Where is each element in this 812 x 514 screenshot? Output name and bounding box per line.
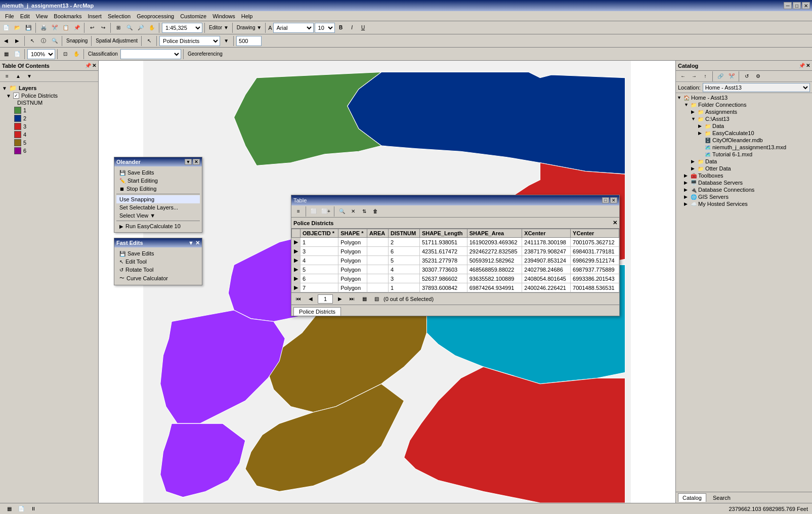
rotate-tool-btn[interactable]: ↺ Rotate Tool [116,266,200,274]
first-page-btn[interactable]: ⏮ [293,294,304,304]
tree-expand-hs[interactable]: ▶ [684,201,689,206]
tree-mxd-main[interactable]: 🗺️ niemuth_j_assignment13.mxd [698,144,811,151]
run-easy-calc-btn[interactable]: ▶ Run EasyCalculate 10 [116,222,200,230]
table-select-btn[interactable]: ⬜ [309,206,319,217]
table-delete-btn[interactable]: 🗑 [370,206,380,217]
search-tab[interactable]: Search [708,493,735,502]
tree-expand-data2[interactable]: ▶ [691,159,696,164]
toc-move-up-btn[interactable]: ▲ [13,71,23,81]
menu-file[interactable]: File [2,12,17,20]
curve-calc-btn[interactable]: 〜 Curve Calculator [116,274,200,283]
table-switch-btn[interactable]: ⇅ [359,206,369,217]
tree-expand-tb[interactable]: ▶ [684,173,689,178]
tree-expand-data[interactable]: ▶ [698,123,703,128]
zoom-next-btn[interactable]: ▶ [12,36,22,46]
zoom-full-btn[interactable]: ⊞ [113,23,123,33]
pan2-btn[interactable]: ✋ [71,49,81,59]
cat-up-btn[interactable]: ↑ [700,71,710,81]
paste-btn[interactable]: 📌 [72,23,82,33]
save-btn[interactable]: 💾 [23,23,33,33]
tree-tutorial-mxd[interactable]: 🗺️ Tutorial 6-1.mxd [698,151,811,158]
classification-btn[interactable]: Classification [87,49,119,59]
tree-data[interactable]: ▶ 📁 Data [698,122,811,130]
layout-view-btn[interactable]: 📄 [12,49,22,59]
catalog-close-btn[interactable]: ✕ [806,63,810,68]
fast-edits-close-btn[interactable]: ▼ [188,240,194,246]
italic-btn[interactable]: I [347,23,357,33]
zoom-in-btn[interactable]: 🔍 [124,23,135,33]
tree-db-connections[interactable]: ▶ 🔌 Database Connections [684,186,811,193]
tree-expand-dbs[interactable]: ▶ [684,180,689,185]
fast-save-edits-btn[interactable]: 💾 Save Edits [116,249,200,258]
next-page-btn[interactable]: ▶ [335,294,345,304]
col-ycenter[interactable]: YCenter [571,229,619,238]
print-btn[interactable]: 🖨️ [38,23,49,33]
tree-hosted-services[interactable]: ▶ ☁️ My Hosted Services [684,200,811,207]
editor-btn[interactable]: Editor ▼ [207,23,230,33]
cat-back-btn[interactable]: ← [678,71,688,81]
tree-expand-tut[interactable] [698,152,703,157]
toc-pin-btn[interactable]: 📌 [85,63,91,68]
table-clear-btn[interactable]: ✕ [348,206,358,217]
zoom-select[interactable]: 100% [27,49,55,59]
data-view-status-btn[interactable]: ▦ [4,504,14,514]
layer-select[interactable]: Police Districts [159,36,220,46]
menu-edit[interactable]: Edit [17,12,33,20]
menu-geoprocessing[interactable]: Geoprocessing [134,12,177,20]
menu-selection[interactable]: Selection [105,12,134,20]
tree-cityofoleander[interactable]: 🗄️ CityOfOleander.mdb [698,137,811,144]
underline-btn[interactable]: U [358,23,368,33]
set-selectable-btn[interactable]: Set Selectable Layers... [116,203,200,211]
tree-expand-casst[interactable]: ▼ [691,116,696,121]
cursor-tool[interactable]: ↖ [144,36,154,46]
tree-expand-assign[interactable]: ▶ [691,109,696,114]
table-row[interactable]: ▶ 3 Polygon 6 42351.617472 292462272.832… [292,247,619,256]
use-snapping-btn[interactable]: Use Snapping [116,195,200,203]
save-edits-btn[interactable]: 💾 Save Edits [116,168,200,177]
catalog-pin-btn[interactable]: 📌 [799,63,805,68]
table-win-close[interactable]: ✕ [610,197,617,203]
classification-select[interactable] [120,49,181,59]
open-btn[interactable]: 📂 [12,23,22,33]
tree-casst13[interactable]: ▼ 📁 C:\Asst13 [691,115,811,122]
scale-select[interactable]: 1:45,325 [162,23,202,33]
layout-view-status-btn[interactable]: 📄 [16,504,26,514]
undo-btn[interactable]: ↩ [87,23,97,33]
table-row[interactable]: ▶ 6 Polygon 3 52637.986602 93635582.1008… [292,274,619,283]
col-shape[interactable]: SHAPE * [338,229,367,238]
table-menu-btn[interactable]: ≡ [293,206,304,217]
tree-expand-otter[interactable]: ▶ [691,166,696,171]
tree-easycalc[interactable]: ▶ 📁 EasyCalculate10 [698,130,811,137]
menu-windows[interactable]: Windows [209,12,238,20]
zoom-prev-btn[interactable]: ◀ [1,36,11,46]
tree-expand-ec[interactable]: ▶ [698,131,703,136]
tree-gis-servers[interactable]: ▶ 🌐 GIS Servers [684,193,811,200]
oleander-close-btn[interactable]: ▼ [185,159,192,165]
stop-editing-btn[interactable]: ⏹ Stop Editing [116,185,200,193]
menu-customize[interactable]: Customize [177,12,209,20]
menu-bookmarks[interactable]: Bookmarks [51,12,84,20]
zoom-out-btn[interactable]: 🔎 [136,23,146,33]
tree-otter[interactable]: ▶ 📁 Otter Data [691,165,811,172]
spatial-adj-btn[interactable]: Spatial Adjustment [94,36,139,46]
tree-data2[interactable]: ▶ 📁 Data [691,158,811,165]
col-distnum[interactable]: DISTNUM [389,229,420,238]
prev-page-btn[interactable]: ◀ [306,294,316,304]
close-btn[interactable]: ✕ [802,2,810,9]
menu-view[interactable]: View [33,12,51,20]
table-content[interactable]: OBJECTID * SHAPE * AREA DISTNUM SHAPE_Le… [291,229,619,292]
catalog-tab[interactable]: Catalog [678,493,706,502]
show-selected-btn[interactable]: ▧ [371,294,381,304]
tree-expand-fc[interactable]: ▼ [684,102,689,107]
toc-close-btn[interactable]: ✕ [92,63,96,68]
cat-options-btn[interactable]: ⚙ [753,71,763,81]
edit-tool-btn[interactable]: ↖ Edit Tool [116,258,200,266]
tree-expand-city[interactable] [698,138,703,143]
georef-btn[interactable]: Georeferencing [186,49,224,59]
col-objectid[interactable]: OBJECTID * [301,229,338,238]
tree-expand-home[interactable]: ▼ [677,95,682,100]
select-view-btn[interactable]: Select View ▼ [116,211,200,220]
oleander-detach-btn[interactable]: ✕ [193,159,200,165]
distance-input[interactable] [236,36,262,46]
tree-assignments[interactable]: ▶ 📁 Assignments [691,108,811,115]
